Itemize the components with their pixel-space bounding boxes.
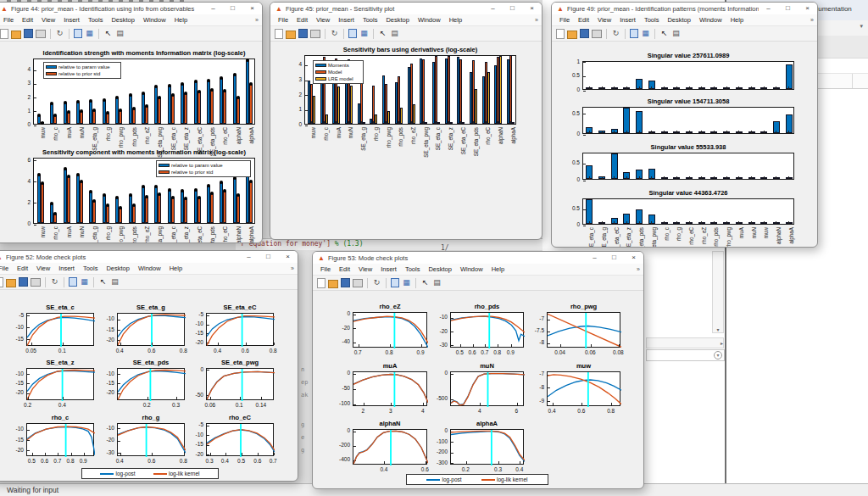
save-icon[interactable] [19,277,28,287]
close-button[interactable]: × [278,251,298,263]
menu-window[interactable]: Window [695,16,726,24]
menu-tools[interactable]: Tools [640,16,664,24]
save-icon[interactable] [24,29,33,38]
menu-help[interactable]: Help [165,265,186,272]
vertical-scrollbar[interactable]: ▾ [712,251,724,333]
menu-help[interactable]: Help [445,16,466,24]
dropdown-row[interactable]: ▾ [646,349,725,361]
menu-tools[interactable]: Tools [359,16,382,24]
menu-edit[interactable]: Edit [574,16,593,24]
maximize-button[interactable]: □ [778,3,798,14]
open-folder-icon[interactable] [328,280,338,288]
property-inspector-icon[interactable]: ▤ [110,277,120,287]
rotate-icon[interactable]: ↻ [55,29,64,38]
menu-file[interactable]: File [0,16,18,24]
titlebar[interactable]: ▲ Figure 49: prior_mean - Identification… [552,3,817,15]
pin-icon[interactable]: ▾ [860,23,863,30]
horizontal-scrollbar[interactable]: ▸ [646,337,724,348]
menu-edit[interactable]: Edit [292,16,312,24]
open-folder-icon[interactable] [286,31,296,39]
menu-file[interactable]: File [0,265,13,272]
open-folder-icon[interactable] [567,31,577,39]
menu-file[interactable]: File [555,16,574,24]
menu-edit[interactable]: Edit [335,265,354,273]
menu-help[interactable]: Help [487,265,509,273]
print-icon[interactable] [36,30,46,38]
menu-window[interactable]: Window [414,16,445,24]
menu-file[interactable]: File [316,265,335,273]
menu-overflow-icon[interactable]: » [810,17,817,23]
minimize-button[interactable]: – [483,3,503,14]
new-document-icon[interactable] [275,29,283,39]
pointer-icon[interactable]: ↖ [98,277,108,287]
property-inspector-icon[interactable]: ▤ [671,29,681,38]
titlebar[interactable]: ▲ Figure 44: prior_mean - Identification… [0,3,262,15]
property-inspector-icon[interactable]: ▤ [432,278,442,287]
menu-overflow-icon[interactable]: » [535,17,542,23]
rotate-icon[interactable]: ↻ [372,278,381,287]
menu-desktop[interactable]: Desktop [663,16,695,24]
menu-help[interactable]: Help [170,16,192,24]
dock-figure-icon[interactable] [69,277,77,287]
close-button[interactable]: × [522,3,542,14]
minimize-button[interactable]: – [759,3,778,14]
rotate-icon[interactable]: ↻ [330,29,339,38]
close-button[interactable]: × [242,3,262,14]
insert-legend-icon[interactable]: ▦ [641,29,650,38]
save-icon[interactable] [341,278,350,287]
menu-file[interactable]: File [274,16,292,24]
open-folder-icon[interactable] [11,31,21,39]
scroll-right-icon[interactable]: ▸ [721,340,723,346]
menu-view[interactable]: View [312,16,334,24]
menu-overflow-icon[interactable]: » [255,17,262,23]
save-icon[interactable] [298,29,308,38]
dock-figure-icon[interactable] [630,29,638,38]
titlebar[interactable]: ▲ Figure 45: prior_mean - Sensitivity pl… [270,3,542,15]
menu-tools[interactable]: Tools [401,265,425,273]
menu-view[interactable]: View [354,265,376,273]
print-icon[interactable] [31,278,41,287]
new-document-icon[interactable] [317,278,326,288]
menu-insert[interactable]: Insert [54,265,79,272]
menu-view[interactable]: View [37,16,59,24]
minimize-button[interactable]: – [203,3,223,14]
new-document-icon[interactable] [0,29,8,39]
maximize-button[interactable]: □ [259,251,278,263]
menu-help[interactable]: Help [726,16,748,24]
menu-desktop[interactable]: Desktop [424,265,456,273]
titlebar[interactable]: ▲ Figure 52: Mode check plots –□× [0,251,298,264]
menu-tools[interactable]: Tools [84,16,108,24]
dock-figure-icon[interactable] [348,29,357,38]
menu-insert[interactable]: Insert [334,16,359,24]
menu-overflow-icon[interactable]: » [291,265,298,271]
dropdown-icon[interactable]: ▾ [714,351,722,359]
insert-legend-icon[interactable]: ▦ [359,29,369,38]
menu-tools[interactable]: Tools [79,265,103,272]
insert-legend-icon[interactable]: ▦ [85,29,94,38]
titlebar[interactable]: ▲ Figure 53: Mode check plots –□× [313,252,643,265]
menu-window[interactable]: Window [139,16,170,24]
close-button[interactable]: × [624,252,643,264]
menu-view[interactable]: View [32,265,54,272]
maximize-button[interactable]: □ [503,3,522,14]
menu-insert[interactable]: Insert [59,16,84,24]
menu-insert[interactable]: Insert [376,265,401,273]
menu-view[interactable]: View [593,16,615,24]
rotate-icon[interactable]: ↻ [611,29,620,38]
menu-desktop[interactable]: Desktop [107,16,139,24]
insert-legend-icon[interactable]: ▦ [80,277,89,287]
pointer-icon[interactable]: ↖ [420,278,430,287]
menu-window[interactable]: Window [456,265,487,273]
menu-desktop[interactable]: Desktop [381,16,414,24]
minimize-button[interactable]: – [239,251,259,263]
print-icon[interactable] [592,30,602,38]
new-document-icon[interactable] [0,277,3,287]
insert-legend-icon[interactable]: ▦ [402,278,411,287]
maximize-button[interactable]: □ [223,3,242,14]
menu-edit[interactable]: Edit [13,265,32,272]
new-document-icon[interactable] [556,29,565,39]
rotate-icon[interactable]: ↻ [50,277,59,287]
menu-desktop[interactable]: Desktop [102,265,134,272]
minimize-button[interactable]: – [585,252,604,264]
menu-overflow-icon[interactable]: » [637,266,643,272]
